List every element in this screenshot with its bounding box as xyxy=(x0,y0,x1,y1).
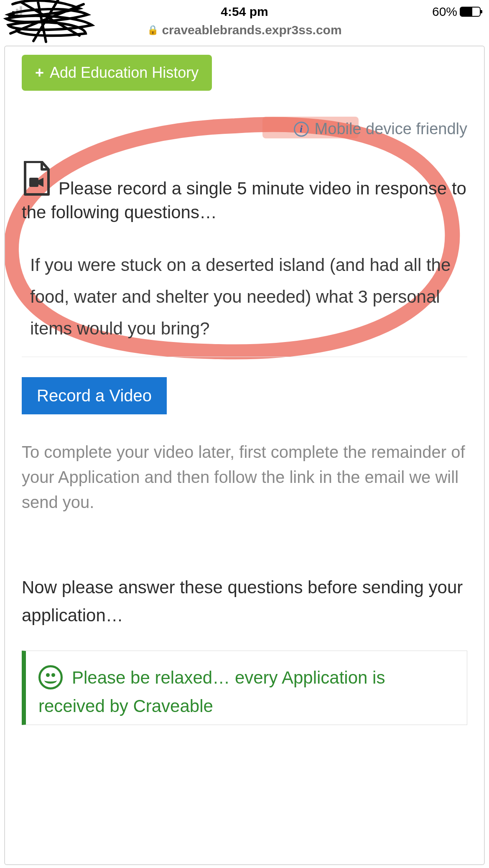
video-file-icon xyxy=(22,161,51,203)
battery-percent: 60% xyxy=(432,5,457,19)
video-heading: Please record a single 5 minute video in… xyxy=(22,161,467,224)
video-hint: To complete your video later, first comp… xyxy=(22,439,467,515)
questions-heading: Now please answer these questions before… xyxy=(22,573,467,629)
info-panel-label: Please be relaxed… every Application is … xyxy=(38,668,385,716)
status-right: 60% xyxy=(432,5,481,19)
add-education-label: Add Education History xyxy=(50,64,199,82)
lock-icon: 🔒 xyxy=(147,25,158,36)
video-heading-text: Please record a single 5 minute video in… xyxy=(22,179,466,222)
mobile-friendly-text: Mobile device friendly xyxy=(315,120,467,138)
plus-icon: + xyxy=(35,64,44,82)
status-left xyxy=(8,6,22,17)
question-area: If you were stuck on a deserted island (… xyxy=(22,237,467,357)
signal-icon xyxy=(8,6,22,17)
record-video-label: Record a Video xyxy=(37,386,152,405)
add-education-button[interactable]: + Add Education History xyxy=(22,55,212,91)
question-text: If you were stuck on a deserted island (… xyxy=(30,249,459,344)
page-content: + Add Education History i Mobile device … xyxy=(4,46,485,865)
status-time: 4:54 pm xyxy=(221,5,268,19)
smiley-icon xyxy=(38,665,63,689)
battery-icon xyxy=(460,7,481,17)
mobile-friendly-label: i Mobile device friendly xyxy=(22,120,467,138)
record-video-button[interactable]: Record a Video xyxy=(22,377,167,414)
video-section: Please record a single 5 minute video in… xyxy=(22,161,467,515)
info-icon: i xyxy=(294,122,309,137)
info-panel: Please be relaxed… every Application is … xyxy=(22,651,467,725)
browser-url[interactable]: 🔒 craveablebrands.expr3ss.com xyxy=(0,23,489,46)
status-bar: 4:54 pm 60% xyxy=(0,0,489,23)
info-panel-text: Please be relaxed… every Application is … xyxy=(38,664,454,720)
svg-rect-0 xyxy=(29,178,38,187)
url-text: craveablebrands.expr3ss.com xyxy=(162,23,341,37)
